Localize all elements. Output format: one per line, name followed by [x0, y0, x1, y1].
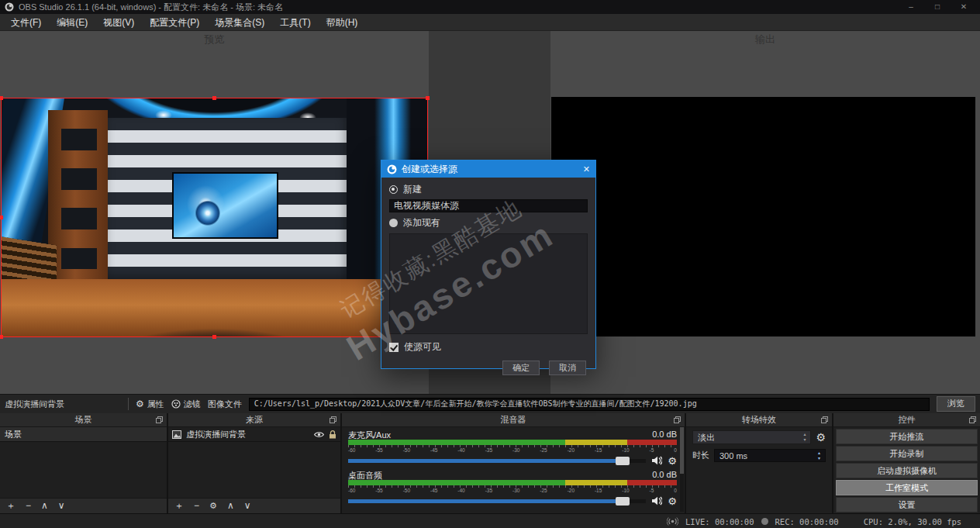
close-icon[interactable]: ✕ — [952, 0, 975, 14]
channel-settings-gear-icon[interactable]: ⚙ — [668, 456, 677, 466]
new-source-name-input[interactable] — [389, 199, 588, 212]
transitions-header: 转场特效 — [686, 413, 832, 427]
channel-settings-gear-icon[interactable]: ⚙ — [668, 496, 677, 506]
transitions-body: 淡出 ▴▾ ⚙ 时长 300 ms ▴▾ — [686, 427, 832, 513]
tick-label-0: -60 — [348, 447, 355, 454]
dock-float-icon[interactable] — [156, 416, 163, 423]
volume-slider-handle[interactable] — [616, 457, 630, 465]
studio-scene-image — [2, 98, 427, 336]
tick-label-11: -5 — [650, 488, 654, 494]
rec-status-dot-icon — [761, 518, 768, 525]
control-button-0[interactable]: 开始推流 — [836, 429, 978, 444]
menu-item-3[interactable]: 配置文件(P) — [142, 14, 207, 31]
image-file-label: 图像文件 — [208, 399, 242, 410]
dock-float-icon[interactable] — [969, 416, 976, 423]
remove-source-icon[interactable]: − — [194, 499, 199, 513]
dialog-title-bar[interactable]: 创建或选择源 ✕ — [381, 160, 595, 178]
sources-list[interactable]: 虚拟演播间背景 — [168, 427, 340, 498]
control-button-2[interactable]: 启动虚拟摄像机 — [836, 463, 978, 478]
dock-float-icon[interactable] — [821, 416, 828, 423]
selection-handle[interactable] — [0, 335, 3, 339]
spinner-arrows-icon[interactable]: ▴▾ — [818, 450, 820, 461]
volume-slider[interactable] — [348, 459, 646, 463]
image-source-icon — [172, 430, 181, 439]
existing-sources-listbox[interactable] — [389, 233, 588, 334]
selection-handle[interactable] — [0, 96, 3, 100]
selection-handle[interactable] — [212, 96, 216, 100]
menu-item-2[interactable]: 视图(V) — [95, 14, 142, 31]
control-button-4[interactable]: 设置 — [836, 497, 978, 512]
scenes-list[interactable]: 场景 — [0, 427, 167, 498]
selected-source-name: 虚拟演播间背景 — [5, 399, 121, 410]
mixer-channel-mic: 麦克风/Aux 0.0 dB -60-55-50-45-40-35-30-25-… — [348, 430, 677, 466]
image-path-field[interactable]: C:/Users/lsl_p/Desktop/2021人众DV文章/年后全新开始… — [249, 398, 930, 411]
properties-button[interactable]: ⚙ 属性 — [136, 399, 164, 410]
selection-handle[interactable] — [212, 335, 216, 339]
move-source-up-icon[interactable]: ∧ — [227, 499, 234, 513]
make-source-visible-checkbox[interactable]: 使源可见 — [389, 340, 588, 354]
speaker-icon[interactable] — [651, 496, 662, 506]
duration-field[interactable]: 300 ms ▴▾ — [714, 449, 826, 462]
tick-label-10: -10 — [622, 447, 629, 454]
move-scene-up-icon[interactable]: ∧ — [41, 499, 48, 513]
transition-settings-gear-icon[interactable]: ⚙ — [816, 432, 826, 443]
control-button-3[interactable]: 工作室模式 — [836, 480, 978, 495]
create-select-source-dialog: 创建或选择源 ✕ 新建 添加现有 使源可见 确定 取消 — [381, 160, 596, 369]
dialog-title: 创建或选择源 — [402, 163, 457, 176]
menu-item-6[interactable]: 帮助(H) — [319, 14, 366, 31]
tick-label-6: -30 — [512, 447, 519, 454]
menu-item-5[interactable]: 工具(T) — [272, 14, 318, 31]
tick-label-11: -5 — [650, 447, 654, 454]
sources-panel: 来源 虚拟演播间背景 — [168, 413, 340, 513]
controls-header: 控件 — [833, 413, 980, 427]
add-existing-radio[interactable]: 添加现有 — [389, 216, 588, 229]
combo-arrows-icon: ▴▾ — [803, 432, 806, 443]
sources-header: 来源 — [168, 413, 340, 427]
transitions-panel: 转场特效 淡出 ▴▾ ⚙ 时长 300 ms ▴▾ — [686, 413, 832, 513]
selection-handle[interactable] — [426, 96, 430, 100]
menu-item-1[interactable]: 编辑(E) — [49, 14, 95, 31]
volume-slider-handle[interactable] — [616, 497, 630, 506]
add-source-icon[interactable]: ＋ — [174, 499, 184, 513]
scene-item-0[interactable]: 场景 — [0, 427, 167, 442]
radio-unselected-icon[interactable] — [389, 219, 398, 227]
tick-label-1: -55 — [375, 488, 382, 494]
channel-db: 0.0 dB — [652, 470, 677, 480]
browse-button[interactable]: 浏览 — [937, 396, 975, 412]
source-item-name: 虚拟演播间背景 — [186, 429, 309, 440]
tick-label-7: -25 — [540, 488, 547, 494]
filters-button[interactable]: 滤镜 — [171, 399, 201, 410]
checkbox-checked-icon[interactable] — [389, 343, 399, 352]
move-scene-down-icon[interactable]: ∨ — [58, 499, 65, 513]
selection-handle[interactable] — [0, 216, 3, 219]
live-time: LIVE: 00:00:00 — [685, 517, 754, 526]
preview-canvas[interactable] — [2, 98, 427, 336]
ok-button[interactable]: 确定 — [502, 361, 540, 375]
dialog-close-icon[interactable]: ✕ — [583, 164, 590, 174]
create-new-radio[interactable]: 新建 — [389, 183, 588, 196]
volume-slider[interactable] — [348, 499, 646, 503]
tick-label-8: -20 — [568, 447, 575, 454]
maximize-icon[interactable]: □ — [926, 0, 949, 14]
speaker-icon[interactable] — [651, 456, 662, 465]
mixer-scrollbar[interactable] — [680, 427, 684, 512]
menu-item-0[interactable]: 文件(F) — [3, 14, 49, 31]
move-source-down-icon[interactable]: ∨ — [244, 499, 251, 513]
dock-float-icon[interactable] — [330, 416, 336, 423]
radio-selected-icon[interactable] — [389, 185, 398, 194]
controls-panel: 控件 开始推流开始录制启动虚拟摄像机工作室模式设置退出 — [833, 413, 980, 513]
status-bar: LIVE: 00:00:00 REC: 00:00:00 CPU: 2.0%, … — [0, 513, 980, 528]
source-item[interactable]: 虚拟演播间背景 — [168, 427, 340, 442]
dock-float-icon[interactable] — [674, 416, 681, 423]
menu-item-4[interactable]: 场景集合(S) — [207, 14, 272, 31]
transition-select[interactable]: 淡出 ▴▾ — [692, 430, 811, 444]
eye-icon[interactable] — [314, 431, 324, 438]
remove-scene-icon[interactable]: − — [26, 499, 31, 513]
add-scene-icon[interactable]: ＋ — [6, 499, 16, 513]
source-properties-icon[interactable]: ⚙ — [209, 499, 217, 513]
lock-icon[interactable] — [329, 430, 336, 439]
minimize-icon[interactable]: – — [899, 0, 923, 14]
control-button-1[interactable]: 开始录制 — [836, 446, 978, 461]
mixer-header: 混音器 — [342, 413, 685, 427]
cancel-button[interactable]: 取消 — [549, 361, 586, 375]
